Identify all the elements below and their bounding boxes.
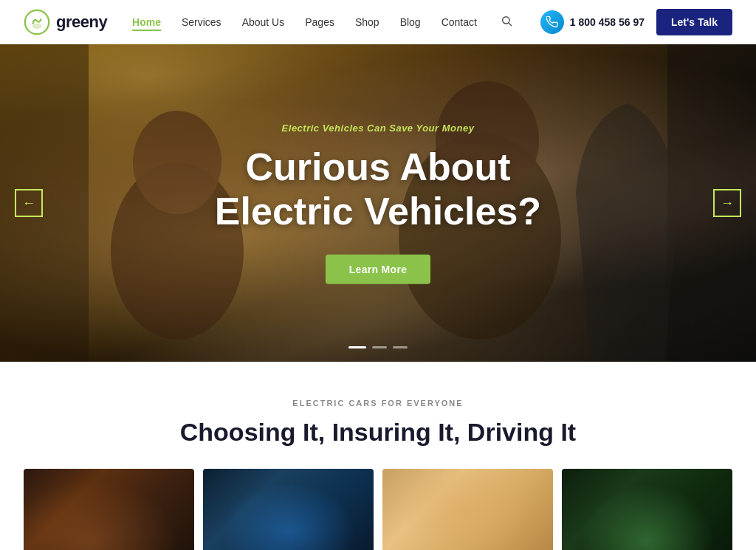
hero-dot-2[interactable] [372, 346, 387, 348]
nav-services[interactable]: Services [182, 16, 221, 28]
svg-line-3 [509, 23, 512, 26]
svg-rect-10 [667, 44, 756, 362]
header: greeny Home Services About Us Pages Shop… [0, 0, 756, 44]
section-cards: ELECTRIC CARS FOR EVERYONE Choosing It, … [0, 362, 756, 550]
hero-title-line1: Curious About [245, 145, 510, 188]
cards-row [24, 469, 732, 550]
hero-next-button[interactable]: → [713, 189, 741, 217]
card-4-image [562, 469, 732, 550]
next-arrow-icon: → [721, 196, 734, 211]
hero-section: Electric Vehicles Can Save Your Money Cu… [0, 44, 756, 362]
section-label: ELECTRIC CARS FOR EVERYONE [24, 399, 732, 408]
phone-area: 1 800 458 56 97 [540, 10, 645, 34]
hero-title-line2: Electric Vehicles? [215, 190, 541, 233]
prev-arrow-icon: ← [22, 196, 35, 211]
logo-icon [24, 9, 50, 35]
nav-shop[interactable]: Shop [355, 16, 379, 28]
nav-pages[interactable]: Pages [305, 16, 334, 28]
hero-dot-1[interactable] [348, 346, 366, 348]
phone-icon [546, 16, 558, 28]
main-nav: Home Services About Us Pages Shop Blog C… [132, 12, 515, 32]
nav-blog[interactable]: Blog [400, 16, 421, 28]
card-2[interactable] [203, 469, 374, 550]
phone-number: 1 800 458 56 97 [570, 16, 645, 28]
logo[interactable]: greeny [24, 9, 107, 35]
hero-content: Electric Vehicles Can Save Your Money Cu… [157, 123, 599, 284]
hero-prev-button[interactable]: ← [15, 189, 43, 217]
logo-text: greeny [56, 13, 107, 32]
hero-pagination [348, 346, 408, 348]
card-2-image [203, 469, 374, 550]
header-right: 1 800 458 56 97 Let's Talk [540, 9, 732, 35]
phone-avatar [540, 10, 564, 34]
section-title: Choosing It, Insuring It, Driving It [24, 418, 732, 447]
hero-subtitle: Electric Vehicles Can Save Your Money [157, 123, 599, 134]
svg-rect-9 [0, 44, 89, 362]
card-3-image [382, 469, 553, 550]
card-4[interactable] [562, 469, 732, 550]
svg-point-1 [32, 24, 42, 29]
search-icon [501, 15, 512, 27]
hero-dot-3[interactable] [393, 346, 408, 348]
card-1-image [24, 469, 194, 550]
card-1[interactable] [24, 469, 194, 550]
search-button[interactable] [498, 12, 515, 32]
lets-talk-button[interactable]: Let's Talk [656, 9, 732, 35]
hero-title: Curious About Electric Vehicles? [157, 145, 599, 234]
nav-home[interactable]: Home [132, 16, 161, 28]
hero-cta-button[interactable]: Learn More [326, 254, 430, 283]
nav-about[interactable]: About Us [242, 16, 285, 28]
card-3[interactable] [382, 469, 553, 550]
nav-contact[interactable]: Contact [441, 16, 477, 28]
svg-point-0 [25, 10, 49, 34]
